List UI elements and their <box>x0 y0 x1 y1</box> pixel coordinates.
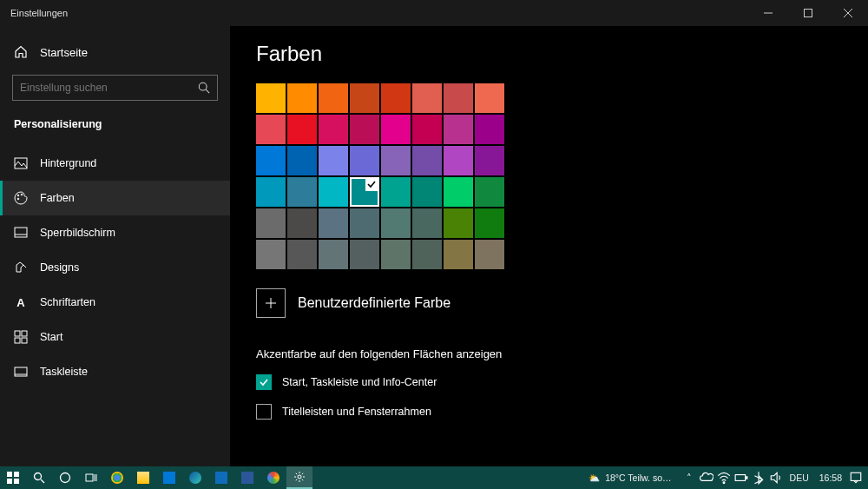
color-swatch[interactable] <box>287 208 317 238</box>
nav-item-taskleiste[interactable]: Taskleiste <box>0 354 230 389</box>
start-button[interactable] <box>0 466 26 489</box>
custom-color-row[interactable]: Benutzerdefinierte Farbe <box>256 288 842 318</box>
color-swatch[interactable] <box>412 83 442 113</box>
weather-icon: ⛅ <box>589 472 600 484</box>
taskbar-app-generic[interactable] <box>260 466 286 489</box>
taskbar-app-explorer[interactable] <box>130 466 156 489</box>
color-swatch[interactable] <box>444 177 473 207</box>
color-swatch[interactable] <box>287 177 317 207</box>
color-swatch[interactable] <box>256 177 286 207</box>
search-button[interactable] <box>26 466 52 489</box>
color-swatch[interactable] <box>444 83 473 113</box>
color-swatch[interactable] <box>319 146 348 175</box>
svg-rect-35 <box>851 472 860 480</box>
tray-bluetooth-icon[interactable] <box>752 471 766 485</box>
color-swatch[interactable] <box>475 83 504 113</box>
color-swatch[interactable] <box>350 115 379 144</box>
color-swatch[interactable] <box>287 240 317 269</box>
custom-color-button[interactable] <box>256 288 286 318</box>
taskbar: ⛅ 18°C Teilw. so… ˄ DEU 16:58 <box>0 466 868 489</box>
color-swatch[interactable] <box>256 146 286 175</box>
lockscreen-icon <box>14 226 28 240</box>
color-swatch[interactable] <box>444 208 473 238</box>
nav-item-farben[interactable]: Farben <box>0 181 230 215</box>
taskbar-app-store[interactable] <box>156 466 182 489</box>
color-swatch[interactable] <box>256 240 286 269</box>
tray-chevron-icon[interactable]: ˄ <box>682 472 696 483</box>
taskbar-app-mail[interactable] <box>208 466 234 489</box>
nav-item-sperrbildschirm[interactable]: Sperrbildschirm <box>0 215 230 250</box>
svg-point-7 <box>17 195 19 196</box>
color-swatch[interactable] <box>475 177 504 207</box>
tray-language[interactable]: DEU <box>790 472 809 483</box>
color-swatch[interactable] <box>444 240 473 269</box>
color-swatch[interactable] <box>412 177 442 207</box>
checkbox[interactable] <box>256 404 272 420</box>
color-swatch[interactable] <box>381 83 411 113</box>
color-swatch[interactable] <box>475 115 504 144</box>
svg-point-4 <box>199 83 207 90</box>
color-swatch[interactable] <box>350 177 379 207</box>
color-swatch[interactable] <box>381 146 411 175</box>
home-link[interactable]: Startseite <box>0 38 230 68</box>
tray-clock[interactable]: 16:58 <box>819 472 842 483</box>
taskbar-app-chrome[interactable] <box>104 466 130 489</box>
color-swatch[interactable] <box>319 240 348 269</box>
tray-notifications-icon[interactable] <box>849 471 863 485</box>
color-swatch[interactable] <box>381 177 411 207</box>
color-swatch[interactable] <box>287 83 317 113</box>
color-swatch[interactable] <box>412 146 442 175</box>
color-swatch[interactable] <box>412 115 442 144</box>
color-swatch[interactable] <box>381 208 411 238</box>
taskbar-app-settings[interactable] <box>286 466 312 489</box>
color-swatch[interactable] <box>444 115 473 144</box>
window-title: Einstellungen <box>0 8 68 18</box>
taskbar-app-word[interactable] <box>234 466 260 489</box>
color-swatch[interactable] <box>350 208 379 238</box>
color-swatch[interactable] <box>319 83 348 113</box>
color-swatch[interactable] <box>381 240 411 269</box>
surfaces-label: Akzentfarbe auf den folgenden Flächen an… <box>256 347 842 360</box>
taskbar-weather[interactable]: ⛅ 18°C Teilw. so… <box>589 472 671 484</box>
color-swatch[interactable] <box>256 115 286 144</box>
search-input[interactable] <box>20 82 198 94</box>
color-swatch[interactable] <box>475 240 504 269</box>
minimize-button[interactable] <box>748 0 788 26</box>
home-label: Startseite <box>40 46 88 59</box>
color-swatch[interactable] <box>319 208 348 238</box>
taskview-button[interactable] <box>78 466 104 489</box>
color-swatch[interactable] <box>412 208 442 238</box>
color-swatch[interactable] <box>381 115 411 144</box>
tray-onedrive-icon[interactable] <box>700 471 713 485</box>
tray-battery-icon[interactable] <box>734 471 748 485</box>
color-swatch[interactable] <box>350 240 379 269</box>
color-swatch[interactable] <box>287 146 317 175</box>
checkbox[interactable] <box>256 374 272 390</box>
color-swatch[interactable] <box>444 146 473 175</box>
cortana-button[interactable] <box>52 466 78 489</box>
taskbar-app-edge[interactable] <box>182 466 208 489</box>
color-swatch[interactable] <box>256 83 286 113</box>
close-button[interactable] <box>828 0 868 26</box>
color-swatch[interactable] <box>319 115 348 144</box>
checkbox-start-taskbar[interactable]: Start, Taskleiste und Info-Center <box>256 374 842 390</box>
color-swatch[interactable] <box>256 208 286 238</box>
nav-item-start[interactable]: Start <box>0 320 230 354</box>
color-swatch[interactable] <box>412 240 442 269</box>
color-swatch[interactable] <box>350 146 379 175</box>
color-swatch[interactable] <box>475 146 504 175</box>
svg-line-5 <box>206 89 209 93</box>
checkbox-titlebars[interactable]: Titelleisten und Fensterrahmen <box>256 404 842 420</box>
search-box[interactable] <box>12 75 218 101</box>
color-swatch[interactable] <box>475 208 504 238</box>
color-swatch[interactable] <box>287 115 317 144</box>
tray-volume-icon[interactable] <box>769 471 783 485</box>
color-swatch[interactable] <box>319 177 348 207</box>
maximize-button[interactable] <box>788 0 828 26</box>
color-swatch[interactable] <box>350 83 379 113</box>
tray-wifi-icon[interactable] <box>717 471 731 485</box>
nav-item-designs[interactable]: Designs <box>0 250 230 285</box>
sidebar: Startseite Personalisierung Hintergrund … <box>0 26 230 466</box>
nav-item-schriftarten[interactable]: A Schriftarten <box>0 285 230 320</box>
nav-item-hintergrund[interactable]: Hintergrund <box>0 146 230 181</box>
